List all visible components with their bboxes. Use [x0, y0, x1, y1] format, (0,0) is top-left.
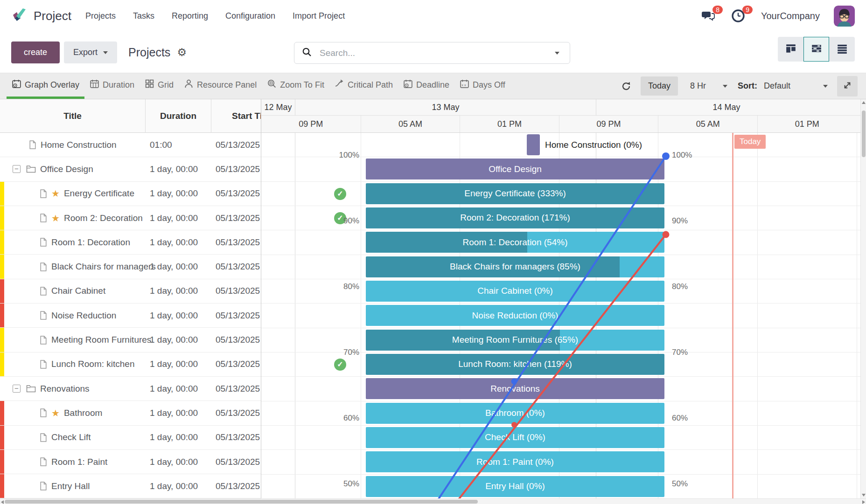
priority-stripe-red [0, 304, 4, 327]
gantt-bar-meeting-room-furnitures[interactable]: Meeting Room Furnitures (65%) [366, 330, 664, 351]
column-header-title[interactable]: Title [0, 99, 146, 133]
vertical-scrollbar[interactable] [860, 99, 866, 498]
gear-icon[interactable]: ⚙ [177, 47, 187, 58]
gantt-bar-lunch-room-kitchen[interactable]: Lunch Room: kitchen (119%) [366, 354, 664, 375]
gantt-bar-label: Bathroom (0%) [485, 408, 545, 418]
table-row-energy-certificate[interactable]: ★Energy Certificate1 day, 00:0005/13/202… [0, 182, 261, 206]
gantt-bar-chair-cabinet[interactable]: Chair Cabinet (0%) [366, 281, 664, 302]
task-duration: 1 day, 00:00 [150, 230, 198, 254]
horizontal-scrollbar[interactable] [0, 498, 866, 504]
menu-configuration[interactable]: Configuration [225, 11, 275, 21]
days-off-button[interactable]: x xDays Off [454, 73, 510, 99]
create-button[interactable]: create [11, 41, 60, 63]
gantt-bar-room-1-paint[interactable]: Room 1: Paint (0%) [366, 451, 664, 472]
task-title: Room 2: Decoration [64, 213, 143, 223]
today-button[interactable]: Today [641, 76, 678, 96]
graph-overlay-button[interactable]: Graph Overlay [7, 73, 84, 99]
scroll-down-arrow[interactable] [862, 494, 866, 497]
table-row-renovations[interactable]: −Renovations1 day, 00:0005/13/2025 [0, 377, 261, 401]
table-row-room-2-decoration[interactable]: ★Room 2: Decoration1 day, 00:0005/13/202… [0, 206, 261, 230]
task-start-date: 05/13/2025 [216, 157, 260, 181]
search-filter-expand-button[interactable] [549, 44, 565, 62]
zoom-icon [267, 79, 277, 91]
table-row-room-1-decoration[interactable]: Room 1: Decoration1 day, 00:0005/13/2025 [0, 230, 261, 255]
gantt-bar-check-lift[interactable]: Check Lift (0%) [366, 427, 664, 448]
refresh-button[interactable] [615, 81, 638, 91]
duration-button[interactable]: Duration [84, 73, 140, 99]
scroll-left-arrow[interactable] [1, 500, 4, 504]
gantt-bar-office-design[interactable]: Office Design [366, 159, 664, 180]
gantt-bar-label: Noise Reduction (0%) [472, 311, 559, 321]
gantt-view-button[interactable] [803, 37, 829, 62]
sort-select[interactable]: Sort: Default [738, 81, 828, 91]
kanban-view-button[interactable] [778, 37, 803, 62]
gantt-bar-room-2-decoration[interactable]: Room 2: Decoration (171%) [366, 207, 664, 228]
gantt-bar-bathroom[interactable]: Bathroom (0%) [366, 403, 664, 424]
table-row-entry-hall[interactable]: Entry Hall1 day, 00:0005/13/2025 [0, 474, 261, 498]
list-view-icon [837, 43, 848, 56]
task-title: Meeting Room Furnitures [51, 335, 151, 345]
collapse-toggle-icon[interactable]: − [13, 165, 21, 173]
expand-button[interactable] [837, 76, 858, 97]
table-row-home-construction[interactable]: Home Construction01:0005/13/2025 [0, 133, 261, 157]
menu-reporting[interactable]: Reporting [172, 11, 208, 21]
resource-panel-button[interactable]: Resource Panel [179, 73, 262, 99]
milestone-marker[interactable] [527, 134, 540, 155]
table-row-meeting-room-furnitures[interactable]: Meeting Room Furnitures1 day, 00:0005/13… [0, 328, 261, 352]
menu-import-project[interactable]: Import Project [293, 11, 345, 21]
table-row-noise-reduction[interactable]: Noise Reduction1 day, 00:0005/13/2025 [0, 304, 261, 328]
task-title: Black Chairs for managers [51, 262, 156, 272]
grid-button[interactable]: Grid [140, 73, 179, 99]
percent-axis-left-100: 100% [261, 151, 359, 160]
user-avatar[interactable] [834, 6, 855, 27]
messages-button[interactable]: 8 [701, 9, 717, 24]
day-header-12-may: 12 May [261, 99, 295, 116]
file-icon [40, 214, 47, 222]
gantt-bar-noise-reduction[interactable]: Noise Reduction (0%) [366, 305, 664, 326]
zoom-to-fit-button[interactable]: Zoom To Fit [262, 73, 329, 99]
critical-path-button[interactable]: Critical Path [329, 73, 398, 99]
column-header-start[interactable]: Start Time [211, 99, 261, 133]
star-icon[interactable]: ★ [51, 407, 60, 419]
menu-tasks[interactable]: Tasks [133, 11, 154, 21]
task-title: Lunch Room: kitchen [51, 359, 135, 369]
star-icon[interactable]: ★ [51, 188, 60, 199]
export-button[interactable]: Export [64, 41, 117, 63]
search-input[interactable] [319, 48, 549, 59]
scroll-up-arrow[interactable] [862, 101, 866, 104]
collapse-toggle-icon[interactable]: − [13, 385, 21, 393]
task-start-date: 05/13/2025 [216, 426, 260, 449]
scroll-right-arrow[interactable] [862, 500, 865, 504]
list-view-button[interactable] [829, 37, 855, 62]
table-row-bathroom[interactable]: ★Bathroom1 day, 00:0005/13/2025 [0, 401, 261, 425]
table-row-chair-cabinet[interactable]: Chair Cabinet1 day, 00:0005/13/2025 [0, 279, 261, 304]
table-row-black-chairs-for-managers[interactable]: Black Chairs for managers1 day, 00:0005/… [0, 255, 261, 279]
app-brand[interactable]: Project [11, 7, 71, 26]
company-name[interactable]: YourCompany [761, 11, 820, 21]
toolbar-tab-label: Days Off [473, 80, 505, 90]
menu-projects[interactable]: Projects [85, 11, 116, 21]
gantt-bar-entry-hall[interactable]: Entry Hall (0%) [366, 476, 664, 497]
table-row-lunch-room-kitchen[interactable]: Lunch Room: kitchen1 day, 00:0005/13/202… [0, 352, 261, 377]
table-row-room-1-paint[interactable]: Room 1: Paint1 day, 00:0005/13/2025 [0, 450, 261, 474]
sort-value: Default [764, 81, 790, 91]
horizontal-scrollbar-thumb[interactable] [5, 500, 478, 504]
scale-select[interactable]: 8 Hr [690, 81, 727, 91]
table-row-check-lift[interactable]: Check Lift1 day, 00:0005/13/2025 [0, 426, 261, 450]
gantt-bar-black-chairs-for-managers[interactable]: Black Chairs for managers (85%) [366, 256, 664, 277]
task-duration: 1 day, 00:00 [150, 328, 198, 352]
file-icon [40, 262, 47, 271]
star-icon[interactable]: ★ [51, 213, 60, 224]
column-header-duration[interactable]: Duration [146, 99, 211, 133]
deadline-button[interactable]: Deadline [398, 73, 454, 99]
table-row-office-design[interactable]: −Office Design1 day, 00:0005/13/2025 [0, 157, 261, 181]
task-grid: Home Construction01:0005/13/2025−Office … [0, 133, 261, 499]
activities-button[interactable]: 9 [731, 9, 747, 24]
gantt-bar-renovations[interactable]: Renovations [366, 378, 664, 399]
priority-stripe-red [0, 279, 4, 303]
vertical-scrollbar-thumb[interactable] [862, 110, 866, 157]
gantt-bar-energy-certificate[interactable]: Energy Certificate (333%) [366, 183, 664, 204]
percent-axis-right-80: 80% [672, 282, 688, 291]
task-title: Check Lift [51, 432, 91, 442]
gantt-bar-room-1-decoration[interactable]: Room 1: Decoration (54%) [366, 232, 664, 253]
